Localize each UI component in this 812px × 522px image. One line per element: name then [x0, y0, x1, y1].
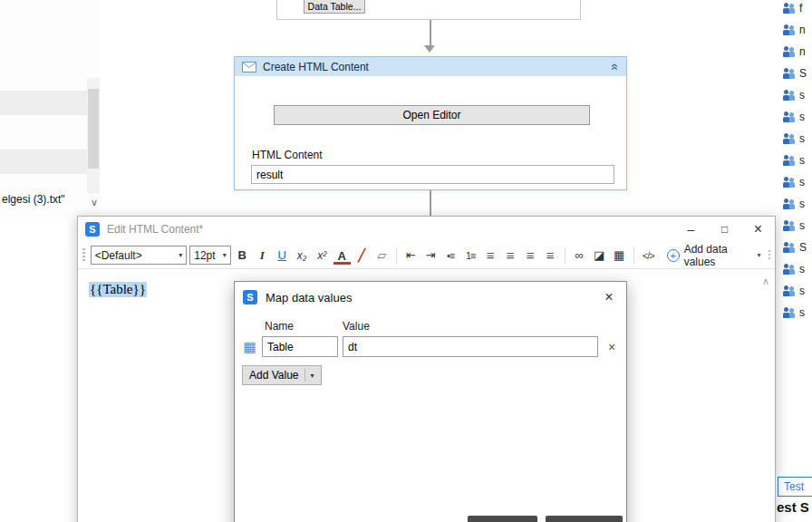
numbered-list-icon[interactable]: 1≡	[462, 246, 479, 266]
variable-item[interactable]: n	[783, 24, 812, 36]
variable-people-icon	[783, 111, 796, 123]
minimize-button[interactable]: –	[674, 217, 708, 242]
variable-item[interactable]: s	[783, 263, 812, 276]
collapse-chevron-icon[interactable]: «	[609, 63, 622, 71]
plus-circle-icon: +	[667, 249, 680, 262]
workflow-node-data-table[interactable]: Data Table...	[276, 0, 581, 20]
list-row[interactable]	[0, 150, 87, 174]
link-icon[interactable]: ∞	[571, 246, 588, 266]
font-family-value: <Default>	[95, 249, 176, 262]
envelope-icon	[242, 62, 256, 72]
variable-item[interactable]: s	[783, 132, 812, 145]
test-tab-label: Test	[784, 480, 804, 493]
outdent-icon[interactable]: ⇤	[402, 246, 420, 266]
image-icon[interactable]: ◪	[591, 246, 608, 266]
map-rows: ▦ ×	[242, 334, 619, 359]
card-body: Open Editor HTML Content	[235, 76, 626, 189]
variable-item[interactable]: n	[783, 45, 812, 58]
variable-people-icon	[783, 198, 796, 210]
justify-icon[interactable]: ≡	[542, 246, 559, 266]
add-data-values-button[interactable]: + Add data values ▾	[667, 243, 770, 268]
superscript-icon[interactable]: x²	[314, 246, 331, 266]
maximize-button[interactable]: □	[708, 217, 741, 242]
variable-label: n	[799, 24, 806, 36]
map-data-values-dialog: S Map data values × Name Value ▦ × Add V…	[234, 281, 627, 522]
file-name-label: elgesi (3).txt"	[2, 193, 65, 206]
underline-icon[interactable]: U	[274, 246, 291, 266]
variable-people-icon	[783, 219, 796, 232]
dialog-titlebar[interactable]: S Map data values	[235, 282, 626, 313]
close-button[interactable]: ×	[599, 287, 619, 307]
map-value-input[interactable]	[343, 336, 598, 357]
variable-label: s	[799, 198, 805, 210]
test-tab[interactable]: Test	[778, 477, 812, 497]
clear-formatting-icon[interactable]: ▱	[373, 246, 391, 266]
indent-icon[interactable]: ⇥	[422, 246, 440, 266]
value-column-header: Value	[343, 320, 370, 333]
close-button[interactable]: ×	[741, 217, 775, 242]
bold-icon[interactable]: B	[234, 246, 251, 266]
open-editor-button[interactable]: Open Editor	[274, 105, 590, 125]
connector-line	[430, 190, 431, 218]
dialog-titlebar[interactable]: S Edit HTML Content*	[78, 217, 775, 242]
dialog-bottom-button-partial[interactable]	[546, 516, 623, 522]
code-view-icon[interactable]: </>	[640, 246, 657, 266]
dialog-bottom-button-partial[interactable]	[468, 516, 537, 522]
variable-label: s	[799, 89, 805, 102]
align-right-icon[interactable]: ≡	[522, 246, 539, 266]
font-size-select[interactable]: 12pt ▾	[189, 246, 230, 265]
variable-people-icon	[783, 154, 796, 167]
variable-item[interactable]: s	[783, 111, 812, 123]
scroll-down-arrow-icon[interactable]: ∨	[87, 194, 102, 210]
variable-label: S	[799, 67, 807, 80]
html-content-input[interactable]	[251, 165, 614, 184]
add-data-values-label: Add data values	[684, 243, 749, 268]
variable-item[interactable]: s	[783, 89, 812, 102]
toolbar-overflow-grip-icon[interactable]	[768, 250, 771, 261]
screen: elgesi (3).txt" ∨ Data Table... Create H…	[0, 0, 812, 522]
variable-label: s	[799, 154, 805, 167]
variable-people-icon	[783, 132, 796, 145]
chevron-down-icon: ▾	[179, 251, 182, 259]
variable-item[interactable]: S	[783, 241, 812, 254]
add-value-button[interactable]: Add Value ▾	[242, 365, 322, 385]
variable-item[interactable]: s	[783, 198, 812, 210]
variable-item[interactable]: s	[783, 176, 812, 188]
button-divider	[304, 369, 305, 382]
list-row[interactable]	[0, 91, 87, 115]
remove-row-icon[interactable]: ×	[604, 340, 619, 354]
html-content-label: HTML Content	[252, 149, 323, 161]
Table: ▦ ×	[242, 334, 619, 359]
table-icon[interactable]: ▦	[611, 246, 628, 266]
scroll-up-arrow-icon[interactable]: ∧	[762, 276, 769, 287]
font-family-select[interactable]: <Default> ▾	[91, 246, 188, 265]
name-column-header: Name	[265, 320, 294, 333]
create-html-content-card[interactable]: Create HTML Content « Open Editor HTML C…	[234, 56, 627, 190]
variable-label: n	[799, 45, 806, 58]
variables-panel: f n n S s s s s	[783, 2, 812, 328]
bullet-list-icon[interactable]: •≡	[442, 246, 459, 266]
editor-selected-text[interactable]: {{Table}}	[89, 282, 147, 297]
variable-item[interactable]: s	[783, 219, 812, 232]
highlighter-icon[interactable]: ╱	[353, 246, 371, 266]
variable-item[interactable]: S	[783, 67, 812, 80]
variable-item[interactable]: s	[783, 154, 812, 167]
font-color-icon[interactable]: A	[334, 248, 351, 265]
toolbar-grip-icon[interactable]	[82, 248, 85, 263]
chevron-down-icon: ▾	[311, 372, 314, 380]
card-header[interactable]: Create HTML Content «	[235, 57, 626, 76]
variable-people-icon	[783, 2, 796, 14]
variable-item[interactable]: s	[783, 306, 812, 319]
data-table-button[interactable]: Data Table...	[304, 0, 365, 14]
variable-item[interactable]: s	[783, 285, 812, 297]
align-left-icon[interactable]: ≡	[482, 246, 499, 266]
variable-label: s	[799, 132, 805, 145]
map-name-input[interactable]	[262, 336, 338, 357]
variable-item[interactable]: f	[783, 2, 812, 14]
toolbar-separator	[396, 247, 397, 264]
italic-icon[interactable]: I	[254, 246, 271, 266]
variable-label: s	[799, 219, 805, 232]
align-center-icon[interactable]: ≡	[502, 246, 519, 266]
left-panel-scrollbar-thumb[interactable]	[88, 89, 99, 169]
subscript-icon[interactable]: x₂	[294, 246, 311, 266]
